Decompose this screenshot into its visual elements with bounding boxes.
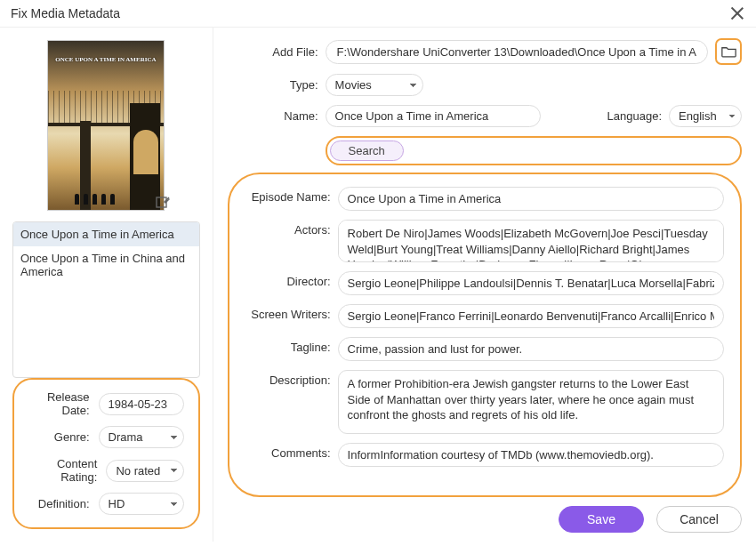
type-select[interactable]: Movies bbox=[326, 74, 423, 96]
screen-writers-label: Screen Writers: bbox=[245, 304, 331, 321]
poster-title-art: ONCE UPON A TIME IN AMERICA bbox=[55, 57, 156, 63]
window-title: Fix Media Metadata bbox=[11, 6, 120, 20]
close-icon[interactable] bbox=[729, 5, 745, 21]
director-input[interactable] bbox=[338, 271, 724, 295]
edit-poster-icon[interactable] bbox=[156, 197, 170, 211]
definition-label: Definition: bbox=[38, 497, 90, 510]
comments-input[interactable] bbox=[338, 443, 724, 467]
browse-folder-button[interactable] bbox=[715, 38, 742, 65]
content-rating-label: Content Rating: bbox=[28, 457, 97, 484]
genre-label: Genre: bbox=[54, 430, 90, 444]
actors-textarea[interactable] bbox=[338, 220, 724, 262]
comments-label: Comments: bbox=[245, 443, 331, 460]
poster-thumbnail: ONCE UPON A TIME IN AMERICA bbox=[47, 40, 165, 211]
language-select[interactable]: English bbox=[669, 105, 742, 127]
content-rating-select[interactable]: No rated bbox=[106, 460, 183, 482]
description-textarea[interactable] bbox=[338, 370, 724, 434]
genre-select[interactable]: Drama bbox=[99, 426, 184, 448]
search-results-list[interactable]: Once Upon a Time in America Once Upon a … bbox=[12, 221, 200, 378]
search-button[interactable]: Search bbox=[330, 141, 404, 161]
release-date-input[interactable] bbox=[99, 393, 184, 415]
episode-name-input[interactable] bbox=[338, 187, 724, 211]
screen-writers-input[interactable] bbox=[338, 304, 724, 328]
director-label: Director: bbox=[245, 271, 331, 288]
name-input[interactable] bbox=[326, 105, 541, 127]
add-file-label: Add File: bbox=[228, 45, 318, 59]
release-date-label: Release Date: bbox=[28, 390, 90, 417]
actors-label: Actors: bbox=[245, 220, 331, 237]
name-label: Name: bbox=[228, 109, 318, 123]
cancel-button[interactable]: Cancel bbox=[656, 506, 742, 533]
episode-name-label: Episode Name: bbox=[245, 187, 331, 204]
tagline-input[interactable] bbox=[338, 337, 724, 361]
description-label: Description: bbox=[245, 370, 331, 387]
add-file-path[interactable]: F:\Wondershare UniConverter 13\Downloade… bbox=[326, 40, 708, 64]
tagline-label: Tagline: bbox=[245, 337, 331, 354]
save-button[interactable]: Save bbox=[559, 506, 644, 533]
list-item[interactable]: Once Upon a Time in America bbox=[13, 222, 199, 246]
type-label: Type: bbox=[228, 78, 318, 92]
definition-select[interactable]: HD bbox=[99, 493, 184, 515]
language-label: Language: bbox=[571, 109, 662, 123]
folder-icon bbox=[721, 45, 736, 58]
list-item[interactable]: Once Upon a Time in China and America bbox=[13, 246, 199, 284]
